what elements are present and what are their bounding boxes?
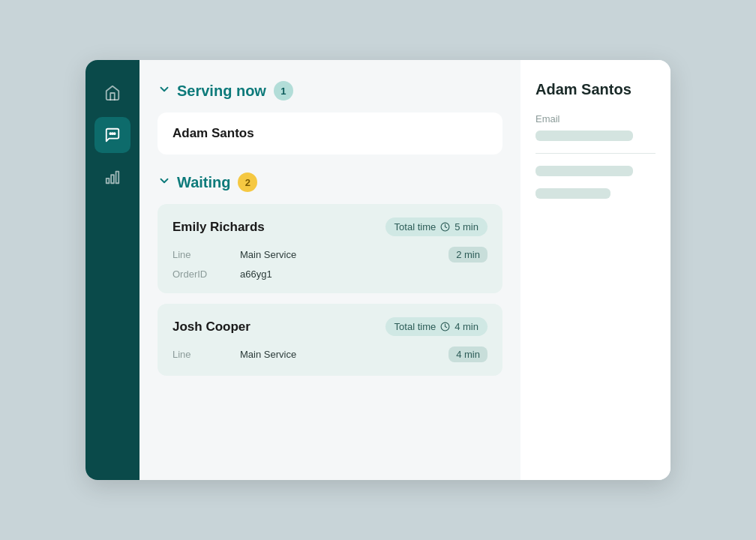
panel-field-2 xyxy=(536,188,610,199)
svg-point-1 xyxy=(112,133,113,134)
main-content: Serving now 1 Adam Santos Waiting 2 Emil… xyxy=(140,60,520,480)
waiting-customer-0-total-time: Total time 5 min xyxy=(386,218,488,236)
right-panel: Adam Santos Email xyxy=(520,60,670,480)
waiting-customer-0-name: Emily Richards xyxy=(172,220,265,235)
svg-point-2 xyxy=(114,133,116,134)
waiting-title: Waiting xyxy=(158,174,230,191)
waiting-chevron-icon[interactable] xyxy=(158,174,171,191)
sidebar-item-home[interactable] xyxy=(94,75,130,111)
panel-divider-1 xyxy=(536,153,656,154)
waiting-card-1-header: Josh Cooper Total time 4 min xyxy=(172,317,488,336)
waiting-customer-1-name: Josh Cooper xyxy=(172,320,250,334)
waiting-card-0[interactable]: Emily Richards Total time 5 min Line Mai… xyxy=(158,204,502,293)
svg-rect-3 xyxy=(106,178,110,183)
serving-now-title: Serving now xyxy=(158,82,266,100)
serving-now-header: Serving now 1 xyxy=(158,81,502,100)
panel-field-1 xyxy=(536,166,633,176)
waiting-badge: 2 xyxy=(238,172,257,192)
waiting-customer-0-line-row: Line Main Service 2 min xyxy=(172,247,488,262)
clock-icon-0 xyxy=(440,222,450,232)
chevron-icon[interactable] xyxy=(158,82,171,100)
sidebar-item-chat[interactable] xyxy=(94,117,130,153)
clock-icon-1 xyxy=(440,322,450,332)
svg-point-0 xyxy=(110,133,111,134)
svg-rect-4 xyxy=(111,175,114,183)
waiting-customer-1-details: Line Main Service 4 min xyxy=(172,346,488,362)
waiting-header: Waiting 2 xyxy=(158,172,502,192)
waiting-card-0-header: Emily Richards Total time 5 min xyxy=(172,218,488,236)
waiting-customer-1-line-time: 4 min xyxy=(448,346,488,362)
waiting-customer-1-line-row: Line Main Service 4 min xyxy=(172,346,488,362)
panel-email-field xyxy=(536,130,633,141)
waiting-card-1[interactable]: Josh Cooper Total time 4 min Line Main S… xyxy=(158,304,502,376)
waiting-customer-1-total-time: Total time 4 min xyxy=(386,317,488,336)
panel-customer-name: Adam Santos xyxy=(536,81,656,98)
waiting-customer-0-details: Line Main Service 2 min OrderID a66yg1 xyxy=(172,247,488,280)
app-window: Serving now 1 Adam Santos Waiting 2 Emil… xyxy=(86,60,670,480)
waiting-customer-0-line-time: 2 min xyxy=(448,247,488,262)
svg-rect-5 xyxy=(116,172,119,184)
serving-now-card[interactable]: Adam Santos xyxy=(158,112,502,154)
panel-email-label: Email xyxy=(536,113,656,124)
waiting-customer-0-orderid-row: OrderID a66yg1 xyxy=(172,268,488,280)
serving-now-badge: 1 xyxy=(274,81,293,100)
sidebar xyxy=(86,60,140,480)
sidebar-item-chart[interactable] xyxy=(94,159,130,195)
serving-customer-name: Adam Santos xyxy=(172,126,254,140)
